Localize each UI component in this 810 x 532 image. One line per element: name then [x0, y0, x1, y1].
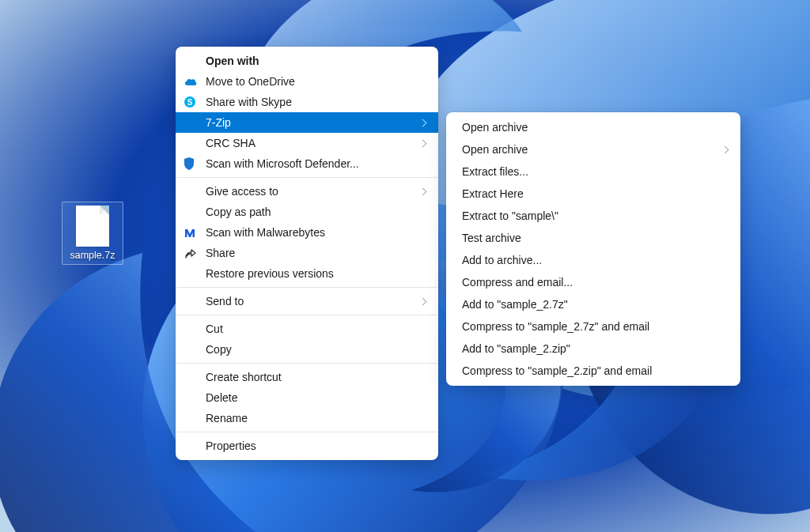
menu-item-properties[interactable]: Properties — [176, 436, 438, 456]
blank-icon — [184, 205, 201, 219]
menu-item-scan-malwarebytes[interactable]: Scan with Malwarebytes — [176, 222, 438, 243]
menu-item-restore-previous-versions[interactable]: Restore previous versions — [176, 263, 438, 284]
blank-icon — [184, 391, 201, 405]
blank-icon — [184, 294, 201, 308]
menu-item-7zip[interactable]: 7-Zip — [176, 112, 438, 133]
menu-separator — [176, 287, 437, 288]
chevron-right-icon — [419, 139, 427, 147]
blank-icon — [184, 322, 201, 336]
menu-separator — [176, 363, 437, 364]
menu-item-rename[interactable]: Rename — [176, 408, 438, 428]
malwarebytes-icon — [184, 225, 201, 240]
menu-item-create-shortcut[interactable]: Create shortcut — [176, 367, 438, 387]
submenu-item-extract-here[interactable]: Extract Here — [446, 183, 740, 205]
blank-icon — [184, 136, 201, 150]
submenu-item-open-archive-as[interactable]: Open archive — [446, 138, 740, 160]
blank-icon — [184, 115, 201, 130]
desktop-file-label: sample.7z — [70, 250, 115, 261]
submenu-item-add-to-archive[interactable]: Add to archive... — [446, 249, 740, 271]
blank-icon — [184, 439, 201, 453]
menu-item-cut[interactable]: Cut — [176, 319, 438, 339]
chevron-right-icon — [419, 119, 427, 126]
submenu-item-test-archive[interactable]: Test archive — [446, 227, 740, 249]
onedrive-icon — [184, 74, 201, 89]
submenu-item-add-to-7z[interactable]: Add to "sample_2.7z" — [446, 293, 740, 315]
context-menu: Open with Move to OneDrive S Share with … — [176, 47, 438, 460]
menu-item-open-with[interactable]: Open with — [176, 51, 438, 71]
blank-icon — [184, 54, 201, 68]
skype-icon: S — [184, 95, 201, 109]
menu-item-share-with-skype[interactable]: S Share with Skype — [176, 92, 438, 112]
menu-item-share[interactable]: Share — [176, 243, 438, 263]
defender-shield-icon — [184, 157, 201, 171]
submenu-item-extract-to-folder[interactable]: Extract to "sample\" — [446, 205, 740, 227]
menu-separator — [176, 315, 437, 315]
menu-item-copy-as-path[interactable]: Copy as path — [176, 202, 438, 222]
submenu-item-compress-zip-and-email[interactable]: Compress to "sample_2.zip" and email — [446, 360, 740, 382]
menu-separator — [176, 177, 437, 178]
blank-icon — [184, 184, 201, 198]
submenu-7zip: Open archive Open archive Extract files.… — [446, 112, 740, 386]
submenu-item-compress-and-email[interactable]: Compress and email... — [446, 271, 740, 293]
submenu-item-extract-files[interactable]: Extract files... — [446, 160, 740, 183]
chevron-right-icon — [721, 145, 729, 153]
menu-item-give-access-to[interactable]: Give access to — [176, 181, 438, 202]
share-icon — [184, 246, 201, 260]
blank-icon — [184, 370, 201, 384]
chevron-right-icon — [419, 297, 427, 305]
menu-item-scan-defender[interactable]: Scan with Microsoft Defender... — [176, 153, 438, 174]
submenu-item-open-archive[interactable]: Open archive — [446, 116, 740, 138]
file-icon — [76, 206, 109, 247]
submenu-item-add-to-zip[interactable]: Add to "sample_2.zip" — [446, 338, 740, 360]
menu-item-copy[interactable]: Copy — [176, 339, 438, 360]
submenu-item-compress-7z-and-email[interactable]: Compress to "sample_2.7z" and email — [446, 315, 740, 338]
blank-icon — [184, 342, 201, 357]
menu-item-send-to[interactable]: Send to — [176, 291, 438, 311]
menu-item-delete[interactable]: Delete — [176, 387, 438, 408]
menu-item-move-to-onedrive[interactable]: Move to OneDrive — [176, 71, 438, 92]
desktop-file-sample-7z[interactable]: sample.7z — [62, 202, 123, 265]
blank-icon — [184, 266, 201, 281]
menu-separator — [176, 432, 437, 432]
menu-item-crc-sha[interactable]: CRC SHA — [176, 133, 438, 153]
svg-text:S: S — [187, 98, 193, 107]
chevron-right-icon — [419, 187, 427, 195]
blank-icon — [184, 411, 201, 425]
